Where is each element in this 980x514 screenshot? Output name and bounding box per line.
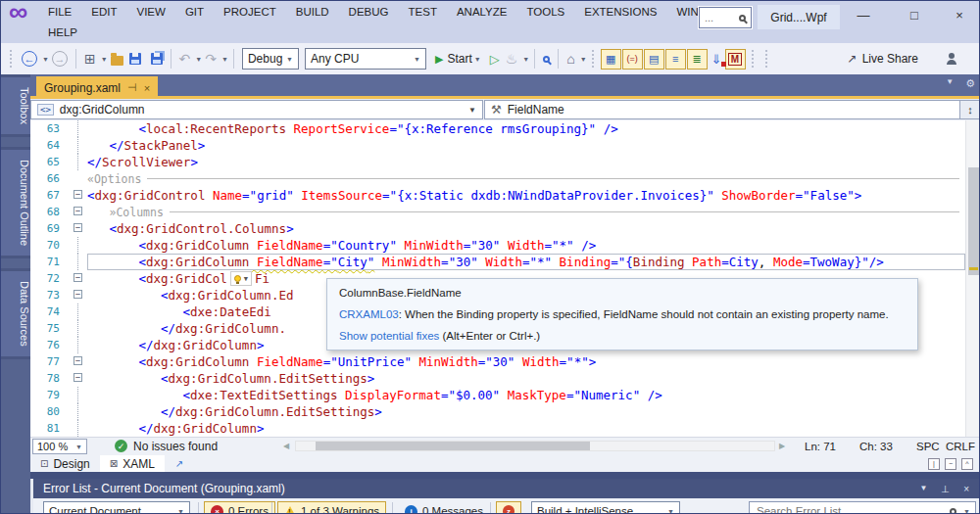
solution-explorer-home-button[interactable]: ⌂ bbox=[564, 48, 577, 70]
horizontal-scrollbar-thumb[interactable] bbox=[316, 442, 590, 450]
show-grid-button[interactable]: ▦ bbox=[601, 49, 621, 70]
profiler-caret-icon[interactable]: ▼ bbox=[522, 56, 529, 63]
tab-design[interactable]: ⊡ Design bbox=[30, 455, 100, 472]
indent-lines-button[interactable]: ≡ bbox=[665, 49, 686, 70]
collapse-pane-button[interactable]: ^ bbox=[961, 458, 973, 470]
outline-collapse-control[interactable]: − bbox=[72, 353, 87, 370]
code-text[interactable]: <dxg:GridControl Name="grid" ItemsSource… bbox=[87, 187, 965, 204]
menu-extensions[interactable]: EXTENSIONS bbox=[574, 3, 666, 21]
save-button[interactable] bbox=[126, 48, 144, 70]
scroll-left-arrow-icon[interactable]: ◀ bbox=[283, 442, 289, 450]
code-text[interactable]: <dxg:GridColumn FieldName="Country" MinW… bbox=[87, 237, 965, 254]
toolbar-overflow-caret-icon[interactable]: ▼ bbox=[580, 56, 587, 63]
solution-configuration-dropdown[interactable]: Debug▼ bbox=[242, 48, 299, 70]
redo-caret-icon[interactable]: ▼ bbox=[221, 56, 228, 63]
code-line-71[interactable]: 71<dxg:GridColumn FieldName="City" MinWi… bbox=[30, 254, 965, 270]
gear-icon[interactable]: ⚙ bbox=[965, 77, 975, 90]
panel-options-caret-icon[interactable]: ▼ bbox=[920, 484, 928, 494]
vertical-scrollbar-thumb[interactable] bbox=[968, 167, 979, 275]
menu-help[interactable]: HELP bbox=[38, 23, 87, 41]
collapse-box-icon[interactable]: − bbox=[74, 290, 82, 299]
menu-edit[interactable]: EDIT bbox=[81, 3, 126, 21]
comment-lines-button[interactable]: ▤ bbox=[644, 49, 664, 70]
toolbar-grip[interactable] bbox=[592, 50, 596, 68]
solution-platform-dropdown[interactable]: Any CPU▼ bbox=[305, 48, 426, 70]
close-button[interactable]: × bbox=[938, 1, 980, 28]
warning-code-link[interactable]: CRXAML03 bbox=[339, 308, 399, 320]
code-line-68[interactable]: 68−»Columns bbox=[30, 204, 965, 220]
code-line-69[interactable]: 69−<dxg:GridControl.Columns> bbox=[30, 220, 965, 237]
menu-analyze[interactable]: ANALYZE bbox=[447, 3, 517, 21]
menu-git[interactable]: GIT bbox=[175, 3, 214, 21]
error-scope-dropdown[interactable]: Current Document▼ bbox=[43, 501, 190, 514]
maximize-button[interactable]: □ bbox=[893, 1, 936, 28]
menu-project[interactable]: PROJECT bbox=[214, 3, 286, 21]
search-options-caret-icon[interactable]: ▼ bbox=[963, 508, 970, 514]
code-line-77[interactable]: 77−<dxg:GridColumn FieldName="UnitPrice"… bbox=[30, 353, 965, 370]
zoom-dropdown[interactable]: 100 %▼ bbox=[32, 439, 87, 454]
outline-collapse-control[interactable]: − bbox=[72, 204, 87, 220]
code-text[interactable]: »Columns bbox=[87, 204, 965, 220]
horizontal-scrollbar[interactable] bbox=[295, 441, 775, 451]
new-project-button[interactable]: ⊞ bbox=[81, 48, 99, 70]
account-person-icon[interactable] bbox=[946, 53, 957, 65]
code-line-64[interactable]: 64</StackPanel> bbox=[30, 137, 965, 154]
messages-filter-button[interactable]: i 0 Messages bbox=[398, 501, 490, 514]
split-editor-button[interactable]: ↕ bbox=[959, 100, 980, 119]
format-document-button[interactable]: (=) bbox=[622, 49, 643, 70]
collapse-box-icon[interactable]: − bbox=[74, 356, 82, 365]
code-text[interactable]: <dxe:TextEditSettings DisplayFormat="$0.… bbox=[87, 387, 965, 403]
undo-button[interactable]: ↶ bbox=[176, 48, 194, 70]
menu-view[interactable]: VIEW bbox=[127, 3, 175, 21]
code-line-79[interactable]: 79<dxe:TextEditSettings DisplayFormat="$… bbox=[30, 387, 965, 403]
popout-view-icon[interactable]: ↗ bbox=[174, 457, 184, 470]
menu-build[interactable]: BUILD bbox=[286, 3, 339, 21]
navigate-forward-button[interactable]: → bbox=[49, 48, 71, 70]
code-text[interactable]: <dxg:GridControl.Columns> bbox=[87, 220, 965, 237]
close-tab-icon[interactable]: × bbox=[144, 82, 150, 94]
code-text[interactable]: «Options bbox=[87, 170, 965, 187]
sort-order-button[interactable]: z bbox=[496, 501, 521, 514]
code-line-67[interactable]: 67−<dxg:GridControl Name="grid" ItemsSou… bbox=[30, 187, 965, 204]
code-text[interactable]: </StackPanel> bbox=[87, 137, 965, 154]
menu-test[interactable]: TEST bbox=[399, 3, 447, 21]
toolbar-grip[interactable] bbox=[752, 50, 756, 68]
collapse-box-icon[interactable]: − bbox=[74, 207, 82, 215]
code-line-80[interactable]: 80</dxg:GridColumn.EditSettings> bbox=[30, 403, 965, 420]
code-line-70[interactable]: 70<dxg:GridColumn FieldName="Country" Mi… bbox=[30, 237, 965, 254]
code-line-66[interactable]: 66«Options bbox=[30, 170, 965, 187]
error-list-search-box[interactable]: ▼ bbox=[749, 501, 976, 514]
collapse-box-icon[interactable]: − bbox=[74, 190, 82, 199]
code-text[interactable]: <dxg:GridColumn FieldName="City" MinWidt… bbox=[87, 254, 965, 270]
toolbar-grip[interactable] bbox=[765, 50, 769, 68]
panel-close-icon[interactable]: × bbox=[963, 484, 969, 494]
code-text[interactable]: <dxg:GridColumn FieldName="UnitPrice" Mi… bbox=[87, 353, 965, 370]
toolbar-grip[interactable] bbox=[10, 50, 14, 68]
warnings-filter-button[interactable]: 1 of 3 Warnings bbox=[277, 501, 386, 514]
sidebar-tab-toolbox[interactable]: Toolbox bbox=[1, 74, 30, 137]
outline-collapse-control[interactable]: − bbox=[72, 187, 87, 204]
tab-list-caret-icon[interactable]: ▼ bbox=[946, 77, 954, 90]
menu-debug[interactable]: DEBUG bbox=[339, 3, 399, 21]
menu-tools[interactable]: TOOLS bbox=[516, 3, 574, 21]
profiler-icon[interactable]: ♨ bbox=[503, 48, 521, 70]
minimize-button[interactable]: — bbox=[842, 1, 885, 28]
vertical-scrollbar[interactable] bbox=[965, 120, 980, 437]
panel-pin-icon[interactable]: ⊣ bbox=[940, 485, 951, 493]
collapse-box-icon[interactable]: − bbox=[74, 273, 82, 282]
code-text[interactable]: </dxg:GridColumn> bbox=[87, 420, 965, 437]
live-share-button[interactable]: ↗ Live Share bbox=[848, 52, 918, 66]
new-project-caret-icon[interactable]: ▼ bbox=[101, 56, 108, 63]
menu-file[interactable]: FILE bbox=[38, 3, 81, 21]
collapse-box-icon[interactable]: − bbox=[74, 223, 82, 232]
find-in-files-button[interactable] bbox=[540, 48, 553, 70]
error-list-header[interactable]: Error List - Current Document (Grouping.… bbox=[33, 479, 979, 498]
collapse-box-icon[interactable]: − bbox=[74, 373, 82, 382]
scroll-right-arrow-icon[interactable]: ▶ bbox=[779, 442, 785, 450]
navigate-back-button[interactable]: ← bbox=[19, 48, 40, 70]
markup-mode-button[interactable]: M bbox=[725, 49, 746, 70]
code-line-63[interactable]: 63<local:RecentReports ReportService="{x… bbox=[30, 120, 965, 137]
redo-button[interactable]: ↷ bbox=[202, 48, 220, 70]
open-file-button[interactable] bbox=[108, 48, 126, 70]
outline-collapse-control[interactable]: − bbox=[72, 270, 87, 287]
